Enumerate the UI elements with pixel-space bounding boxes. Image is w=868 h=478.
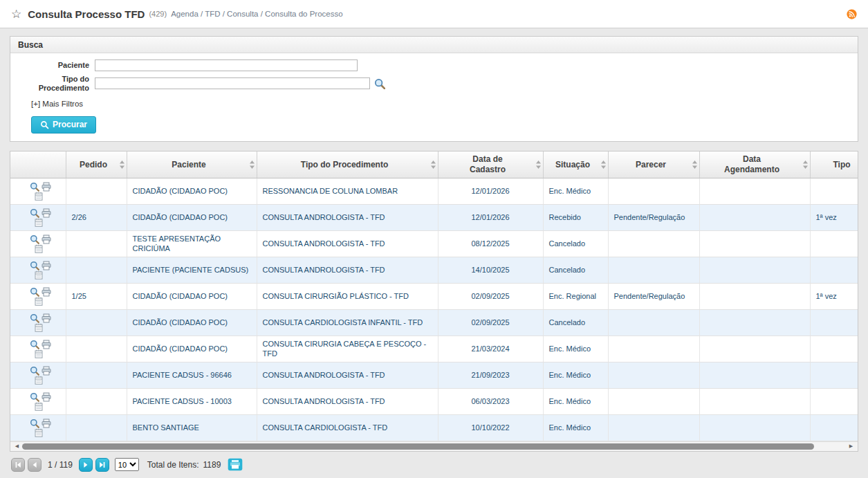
previous-page-button[interactable] bbox=[28, 458, 41, 472]
sort-icon[interactable] bbox=[601, 160, 606, 169]
more-filters-link[interactable]: [+] Mais Filtros bbox=[31, 100, 83, 108]
row-actions-cell bbox=[10, 335, 66, 362]
cell-tipo bbox=[810, 178, 858, 204]
schedule-calendar-icon[interactable] bbox=[35, 349, 43, 358]
search-button[interactable]: Procurar bbox=[31, 116, 96, 134]
cell-data-agendamento bbox=[699, 178, 810, 204]
view-process-icon[interactable] bbox=[30, 182, 39, 192]
row-actions-cell bbox=[10, 362, 66, 388]
sort-icon[interactable] bbox=[692, 160, 697, 169]
horizontal-scrollbar[interactable]: ◀ ▶ bbox=[10, 441, 858, 451]
page-size-select[interactable]: 10 bbox=[115, 458, 139, 471]
procedure-search-icon[interactable] bbox=[374, 78, 385, 89]
view-process-icon[interactable] bbox=[30, 235, 39, 244]
search-panel: Busca Paciente Tipo do Procedimento [+] … bbox=[10, 36, 858, 142]
last-page-button[interactable] bbox=[95, 458, 109, 472]
rss-icon[interactable] bbox=[847, 9, 857, 19]
print-process-icon[interactable] bbox=[41, 340, 51, 349]
cell-data-agendamento bbox=[699, 283, 810, 309]
cell-tipo bbox=[810, 309, 858, 335]
cell-tipo bbox=[810, 388, 858, 414]
cell-paciente: BENTO SANTIAGE bbox=[127, 414, 257, 441]
print-process-icon[interactable] bbox=[41, 235, 51, 244]
schedule-calendar-icon[interactable] bbox=[35, 376, 43, 385]
procedimento-input[interactable] bbox=[95, 77, 370, 89]
sort-icon[interactable] bbox=[250, 160, 255, 169]
paciente-input[interactable] bbox=[95, 59, 358, 71]
print-process-icon[interactable] bbox=[41, 182, 51, 192]
column-header-procedimento[interactable]: Tipo do Procedimento bbox=[257, 151, 438, 178]
view-process-icon[interactable] bbox=[30, 208, 39, 218]
column-header-tipo[interactable]: Tipo bbox=[810, 151, 858, 178]
schedule-calendar-icon[interactable] bbox=[35, 244, 43, 253]
cell-situacao: Enc. Médico bbox=[543, 388, 608, 414]
schedule-calendar-icon[interactable] bbox=[35, 297, 43, 306]
print-process-icon[interactable] bbox=[41, 208, 51, 218]
cell-paciente: PACIENTE (PACIENTE CADSUS) bbox=[127, 257, 257, 283]
row-actions-cell bbox=[10, 178, 66, 204]
print-process-icon[interactable] bbox=[41, 366, 51, 376]
column-header-data_agendamento[interactable]: Data Agendamento bbox=[699, 151, 810, 178]
scroll-right-arrow-icon[interactable]: ▶ bbox=[847, 441, 856, 451]
view-process-icon[interactable] bbox=[30, 392, 39, 402]
cell-paciente: PACIENTE CADSUS - 10003 bbox=[127, 388, 257, 414]
favorite-star-icon[interactable]: ☆ bbox=[11, 8, 21, 20]
pagination-bar: 1 / 119 10 Total de Itens: 1189 bbox=[11, 458, 857, 472]
next-page-button[interactable] bbox=[79, 458, 93, 472]
view-process-icon[interactable] bbox=[30, 419, 39, 428]
first-page-button[interactable] bbox=[11, 458, 25, 472]
total-items-label: Total de Itens: bbox=[147, 460, 199, 470]
scrollbar-thumb[interactable] bbox=[22, 443, 814, 450]
cell-data-agendamento bbox=[699, 257, 810, 283]
view-process-icon[interactable] bbox=[30, 366, 39, 376]
schedule-calendar-icon[interactable] bbox=[35, 323, 43, 332]
cell-data-cadastro: 02/09/2025 bbox=[438, 283, 543, 309]
sort-icon[interactable] bbox=[431, 160, 436, 169]
print-process-icon[interactable] bbox=[41, 261, 51, 270]
cell-paciente: TESTE APRESENTAÇÃO CRICIÚMA bbox=[127, 230, 257, 257]
schedule-calendar-icon[interactable] bbox=[35, 402, 43, 411]
cell-situacao: Enc. Médico bbox=[543, 414, 608, 441]
table-row: 2/26 CIDADÃO (CIDADAO POC) CONSULTA ANDR… bbox=[10, 204, 858, 230]
column-label: Paciente bbox=[172, 160, 205, 169]
row-actions-cell bbox=[10, 388, 66, 414]
column-header-paciente[interactable]: Paciente bbox=[127, 151, 257, 178]
cell-tipo: 1ª vez bbox=[810, 283, 858, 309]
print-process-icon[interactable] bbox=[41, 392, 51, 402]
page-title: Consulta Processo TFD bbox=[28, 8, 145, 20]
print-process-icon[interactable] bbox=[41, 419, 51, 428]
schedule-calendar-icon[interactable] bbox=[35, 270, 43, 279]
column-header-pedido[interactable]: Pedido bbox=[66, 151, 127, 178]
view-process-icon[interactable] bbox=[30, 313, 39, 323]
view-process-icon[interactable] bbox=[30, 340, 39, 349]
print-process-icon[interactable] bbox=[41, 313, 51, 323]
column-label: Data de Cadastro bbox=[470, 154, 506, 174]
print-process-icon[interactable] bbox=[41, 287, 51, 297]
cell-procedimento: CONSULTA CARDIOLOGISTA - TFD bbox=[257, 414, 438, 441]
total-items-value: 1189 bbox=[203, 460, 221, 470]
column-header-parecer[interactable]: Parecer bbox=[608, 151, 699, 178]
view-process-icon[interactable] bbox=[30, 287, 39, 297]
column-label: Pedido bbox=[80, 160, 107, 169]
cell-parecer bbox=[608, 257, 699, 283]
schedule-calendar-icon[interactable] bbox=[35, 218, 43, 227]
sort-icon[interactable] bbox=[536, 160, 541, 169]
cell-data-agendamento bbox=[699, 204, 810, 230]
print-list-icon[interactable] bbox=[228, 458, 243, 471]
scroll-left-arrow-icon[interactable]: ◀ bbox=[12, 441, 21, 451]
cell-situacao: Recebido bbox=[543, 204, 608, 230]
schedule-calendar-icon[interactable] bbox=[35, 428, 43, 437]
sort-icon[interactable] bbox=[803, 160, 808, 169]
table-row: TESTE APRESENTAÇÃO CRICIÚMA CONSULTA AND… bbox=[10, 230, 858, 257]
column-header-situacao[interactable]: Situação bbox=[543, 151, 608, 178]
cell-situacao: Enc. Médico bbox=[543, 335, 608, 362]
scrollbar-track[interactable] bbox=[21, 443, 847, 450]
column-header-data_cadastro[interactable]: Data de Cadastro bbox=[438, 151, 543, 178]
view-process-icon[interactable] bbox=[30, 261, 39, 270]
schedule-calendar-icon[interactable] bbox=[35, 192, 43, 201]
cell-parecer bbox=[608, 388, 699, 414]
cell-parecer: Pendente/Regulação bbox=[608, 204, 699, 230]
cell-tipo bbox=[810, 230, 858, 257]
sort-icon[interactable] bbox=[120, 160, 124, 169]
cell-parecer bbox=[608, 335, 699, 362]
